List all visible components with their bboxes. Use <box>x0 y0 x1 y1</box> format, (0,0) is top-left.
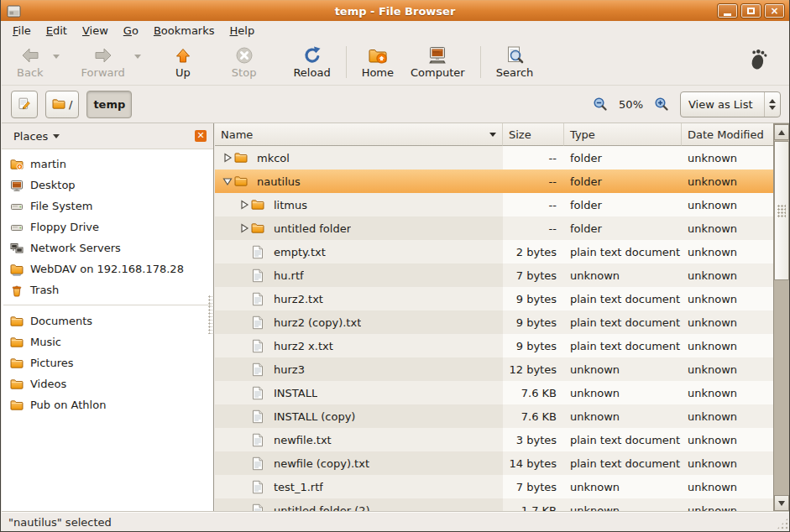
folder-icon <box>10 336 24 349</box>
table-row-litmus[interactable]: litmus -- folder unknown <box>215 193 773 216</box>
expander-icon[interactable] <box>220 152 234 164</box>
location-bar: / temp 50% View as List <box>2 86 790 123</box>
menu-file[interactable]: File <box>5 22 39 39</box>
menu-help[interactable]: Help <box>222 22 263 39</box>
sidebar-close-button[interactable]: ✕ <box>195 130 207 142</box>
folder-icon <box>234 151 251 164</box>
path-button-root[interactable]: / <box>45 91 79 118</box>
maximize-button[interactable] <box>740 3 761 18</box>
list-header: Name Size Type Date Modified <box>215 123 773 146</box>
close-icon: × <box>770 6 778 16</box>
home-button[interactable]: Home <box>355 43 400 81</box>
scrollbar-thumb[interactable] <box>774 141 789 280</box>
zoom-out-icon[interactable] <box>593 96 608 112</box>
places-sidebar: Places ✕ martin Desktop File System <box>2 123 214 512</box>
back-button[interactable]: Back <box>10 43 50 81</box>
menu-bookmarks[interactable]: Bookmarks <box>146 22 222 39</box>
edit-location-button[interactable] <box>11 91 38 118</box>
sidebar-header: Places ✕ <box>2 123 213 149</box>
text-file-icon <box>251 316 268 330</box>
table-row-hurz2-copy-txt[interactable]: hurz2 (copy).txt 9 bytes plain text docu… <box>215 310 773 334</box>
chevron-down-icon <box>53 55 60 59</box>
menu-view[interactable]: View <box>75 22 116 39</box>
column-header-type[interactable]: Type <box>564 123 682 146</box>
scroll-down-icon <box>778 501 785 506</box>
sidebar-item-network[interactable]: Network Servers <box>2 237 213 258</box>
sidebar-item-desktop[interactable]: Desktop <box>2 175 213 196</box>
forward-history-dropdown[interactable] <box>132 43 144 71</box>
text-file-icon <box>251 409 268 424</box>
maximize-icon <box>747 8 755 14</box>
stop-button[interactable]: Stop <box>225 43 264 81</box>
expander-icon[interactable] <box>237 222 251 234</box>
scroll-up-button[interactable] <box>774 124 789 140</box>
spinner-arrows-icon <box>764 92 780 117</box>
sidebar-item-filesystem[interactable]: File System <box>2 196 213 216</box>
sidebar-item-trash[interactable]: Trash <box>2 279 213 300</box>
sidebar-item-documents[interactable]: Documents <box>2 310 213 331</box>
table-row-nautilus-selected[interactable]: nautilus -- folder unknown <box>215 170 773 193</box>
path-button-temp[interactable]: temp <box>86 91 132 118</box>
table-row-newfile-copy-txt[interactable]: newfile (copy).txt 14 bytes plain text d… <box>215 451 773 475</box>
text-file-icon <box>251 433 268 447</box>
sidebar-resize-handle[interactable] <box>208 295 212 334</box>
reload-button[interactable]: Reload <box>286 43 337 81</box>
menu-edit[interactable]: Edit <box>39 22 75 39</box>
table-row-test-1-rtf[interactable]: test_1.rtf 7 bytes unknown unknown <box>215 475 773 498</box>
chevron-down-icon <box>134 55 141 59</box>
sidebar-item-floppy[interactable]: Floppy Drive <box>2 216 213 237</box>
sidebar-item-martin[interactable]: martin <box>2 154 213 175</box>
disk-drive-icon <box>10 200 24 213</box>
column-header-name[interactable]: Name <box>215 123 503 146</box>
sidebar-item-pub-on-athlon[interactable]: Pub on Athlon <box>2 394 213 415</box>
back-history-dropdown[interactable] <box>50 43 63 71</box>
up-button[interactable]: Up <box>166 43 200 81</box>
sidebar-mode-selector[interactable]: Places <box>8 128 65 145</box>
table-row-mkcol[interactable]: mkcol -- folder unknown <box>215 146 773 170</box>
folder-icon <box>251 222 268 235</box>
table-row-untitled-folder-2[interactable]: untitled folder (2) 1.7 KB unknown unkno… <box>215 498 773 512</box>
forward-button[interactable]: Forward <box>75 43 132 81</box>
sidebar-item-videos[interactable]: Videos <box>2 373 213 394</box>
computer-button[interactable]: Computer <box>404 43 472 81</box>
expander-icon[interactable] <box>237 199 251 211</box>
floppy-drive-icon <box>10 221 24 234</box>
home-folder-icon <box>368 45 388 65</box>
table-row-hurz2-txt[interactable]: hurz2.txt 9 bytes plain text document un… <box>215 287 773 310</box>
table-row-newfile-txt[interactable]: newfile.txt 3 bytes plain text document … <box>215 428 773 451</box>
menubar: File Edit View Go Bookmarks Help <box>2 21 790 40</box>
titlebar[interactable]: temp - File Browser × <box>1 0 789 21</box>
text-file-icon <box>251 269 268 283</box>
text-file-icon <box>251 386 268 400</box>
table-row-install-copy[interactable]: INSTALL (copy) 7.6 KB unknown unknown <box>215 404 773 428</box>
text-file-icon <box>251 245 268 259</box>
search-button[interactable]: Search <box>489 43 541 81</box>
scroll-up-icon <box>778 130 785 135</box>
view-mode-selector[interactable]: View as List <box>680 91 781 117</box>
column-header-date-modified[interactable]: Date Modified <box>682 123 773 146</box>
close-button[interactable]: × <box>764 3 785 18</box>
sidebar-item-music[interactable]: Music <box>2 331 213 352</box>
column-header-size[interactable]: Size <box>503 123 564 146</box>
table-row-empty-txt[interactable]: empty.txt 2 bytes plain text document un… <box>215 240 773 263</box>
menu-go[interactable]: Go <box>116 22 146 39</box>
zoom-in-icon[interactable] <box>654 96 669 112</box>
table-row-hurz3[interactable]: hurz3 12 bytes unknown unknown <box>215 357 773 381</box>
trash-icon <box>10 284 24 297</box>
text-file-icon <box>251 503 268 513</box>
table-row-untitled-folder[interactable]: untitled folder -- folder unknown <box>215 216 773 240</box>
table-row-install[interactable]: INSTALL 7.6 KB unknown unknown <box>215 381 773 404</box>
scroll-down-button[interactable] <box>774 495 789 511</box>
sort-descending-icon <box>489 133 496 137</box>
window-resize-grip[interactable] <box>777 518 788 529</box>
vertical-scrollbar[interactable] <box>773 123 790 512</box>
file-list: Name Size Type Date Modified mkcol -- fo… <box>215 123 773 512</box>
table-row-hu-rtf[interactable]: hu.rtf 7 bytes unknown unknown <box>215 263 773 287</box>
minimize-button[interactable] <box>717 3 738 18</box>
back-icon <box>20 45 40 65</box>
sidebar-item-pictures[interactable]: Pictures <box>2 352 213 373</box>
expander-open-icon[interactable] <box>220 175 234 187</box>
folder-icon <box>10 357 24 370</box>
table-row-hurz2-x-txt[interactable]: hurz2 x.txt 9 bytes plain text document … <box>215 334 773 357</box>
sidebar-item-webdav[interactable]: WebDAV on 192.168.178.28 <box>2 258 213 279</box>
